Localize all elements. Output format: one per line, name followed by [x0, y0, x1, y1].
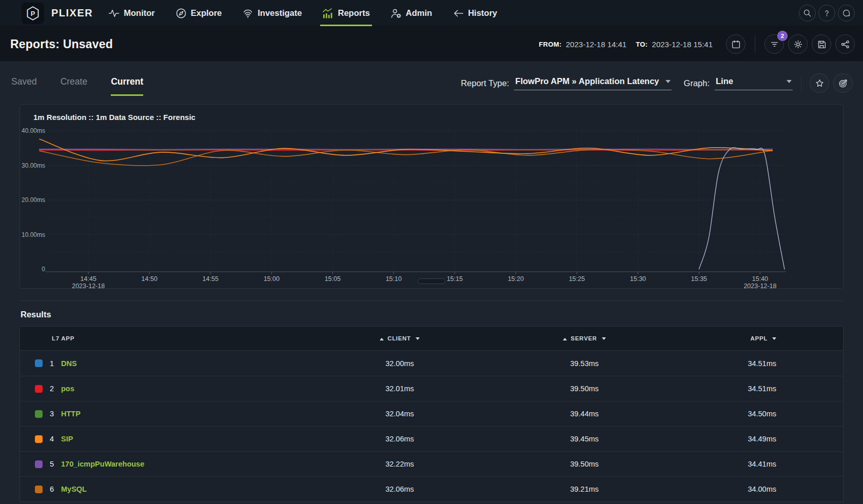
appl-latency-value: 34.41ms	[677, 460, 792, 468]
client-latency-value: 32.22ms	[307, 460, 492, 468]
share-icon	[840, 39, 850, 49]
table-row: 6 MySQL 32.06ms 39.21ms 34.00ms	[20, 476, 843, 501]
table-row: 2 pos 32.01ms 39.50ms 34.51ms	[20, 376, 843, 401]
divider	[755, 35, 755, 53]
table-body: 1 DNS 32.00ms 39.53ms 34.51ms 2 pos 32.0…	[20, 351, 843, 501]
column-label: SERVER	[571, 335, 597, 341]
filter-button[interactable]: 2	[764, 34, 784, 54]
from-value[interactable]: 2023-12-18 14:41	[566, 40, 626, 49]
chart-resize-handle[interactable]	[418, 278, 445, 284]
svg-text:15:10: 15:10	[386, 275, 402, 283]
main-content: SavedCreateCurrent Report Type: FlowPro …	[0, 62, 863, 502]
app-link[interactable]: DNS	[61, 359, 307, 368]
page-title: Reports: Unsaved	[10, 37, 113, 51]
chevron-down-icon	[665, 80, 671, 86]
arrowleft-icon	[453, 8, 464, 19]
app-link[interactable]: SIP	[61, 435, 307, 443]
svg-text:0: 0	[42, 266, 45, 273]
nav-item-admin[interactable]: Admin	[388, 0, 434, 26]
filter-count-badge: 2	[777, 31, 788, 41]
svg-text:20.00ms: 20.00ms	[22, 196, 45, 204]
time-range-controls: FROM: 2023-12-18 14:41 TO: 2023-12-18 15…	[539, 34, 855, 54]
latency-line-chart[interactable]: 14:452023-12-1814:5014:5515:0015:0515:10…	[20, 123, 792, 290]
table-row: 5 170_icmpPuWarehouse 32.22ms 39.50ms 34…	[20, 451, 843, 476]
row-rank: 3	[43, 410, 61, 418]
app-link[interactable]: MySQL	[61, 485, 307, 493]
col-client[interactable]: CLIENT	[307, 335, 492, 341]
column-menu-icon	[602, 337, 606, 342]
search-button[interactable]	[799, 5, 816, 22]
graph-type-select[interactable]: Line	[715, 76, 793, 90]
calendar-button[interactable]	[726, 34, 746, 54]
server-latency-value: 39.44ms	[492, 410, 677, 418]
nav-item-explore[interactable]: Explore	[173, 0, 224, 26]
nav-item-investigate[interactable]: Investigate	[240, 0, 304, 26]
to-value[interactable]: 2023-12-18 15:41	[652, 40, 713, 49]
app-link[interactable]: 170_icmpPuWarehouse	[61, 460, 307, 468]
divider	[801, 75, 801, 91]
svg-text:14:45: 14:45	[81, 275, 96, 283]
nav-item-monitor[interactable]: Monitor	[106, 0, 156, 26]
page-header: Reports: Unsaved FROM: 2023-12-18 14:41 …	[0, 27, 863, 62]
top-nav: P PLIXER Monitor Explore Investigate Rep…	[0, 0, 863, 27]
col-appl[interactable]: APPL	[677, 335, 792, 341]
svg-text:14:55: 14:55	[203, 275, 219, 283]
server-latency-value: 39.50ms	[492, 460, 677, 468]
chevron-down-icon	[787, 80, 792, 86]
series-line-pos	[40, 150, 772, 151]
nav-item-label: History	[468, 8, 497, 18]
report-toolbar: SavedCreateCurrent Report Type: FlowPro …	[0, 62, 863, 96]
tab-current[interactable]: Current	[111, 76, 143, 96]
sort-asc-icon	[380, 336, 384, 340]
brand-logo[interactable]: P PLIXER	[22, 3, 93, 24]
chat-icon	[842, 9, 851, 17]
svg-text:15:15: 15:15	[447, 275, 463, 283]
app-link[interactable]: pos	[61, 385, 307, 393]
app-link[interactable]: HTTP	[61, 410, 307, 418]
share-button[interactable]	[835, 34, 855, 54]
plixer-hexagon-icon: P	[22, 3, 44, 24]
appl-latency-value: 34.51ms	[677, 385, 792, 393]
row-rank: 2	[43, 385, 61, 393]
client-latency-value: 32.06ms	[307, 435, 492, 443]
appl-latency-value: 34.00ms	[677, 485, 792, 493]
feedback-button[interactable]	[838, 5, 855, 22]
row-rank: 5	[43, 460, 61, 468]
tab-saved[interactable]: Saved	[11, 76, 37, 96]
nav-item-label: Explore	[191, 8, 222, 18]
nav-item-history[interactable]: History	[450, 0, 499, 26]
col-server[interactable]: SERVER	[492, 335, 677, 341]
star-icon	[815, 78, 825, 88]
drill-button[interactable]	[833, 73, 853, 93]
series-color-swatch	[20, 385, 43, 393]
gear-icon	[793, 39, 803, 49]
floppy-icon	[817, 39, 827, 49]
settings-button[interactable]	[788, 34, 808, 54]
nav-item-reports[interactable]: Reports	[320, 0, 371, 26]
svg-text:15:40: 15:40	[752, 275, 768, 283]
appl-latency-value: 34.51ms	[677, 359, 792, 368]
waveform-icon	[108, 8, 120, 19]
column-label: CLIENT	[387, 335, 411, 341]
svg-text:15:35: 15:35	[691, 275, 707, 283]
series-line-unlabeled	[699, 148, 784, 269]
series-color-swatch	[20, 410, 43, 418]
save-button[interactable]	[812, 34, 831, 54]
client-latency-value: 32.06ms	[307, 485, 492, 493]
series-color-swatch	[20, 359, 43, 367]
col-l7-app[interactable]: L7 APP	[20, 335, 307, 341]
tab-create[interactable]: Create	[61, 76, 88, 96]
nav-item-label: Investigate	[258, 8, 302, 18]
help-button[interactable]	[818, 5, 835, 22]
filter-icon	[770, 39, 779, 49]
server-latency-value: 39.21ms	[492, 485, 677, 493]
help-icon	[822, 9, 831, 17]
report-type-select[interactable]: FlowPro APM » Application Latency	[514, 76, 671, 90]
client-latency-value: 32.00ms	[307, 359, 492, 368]
appl-latency-value: 34.50ms	[677, 410, 792, 418]
svg-text:2023-12-18: 2023-12-18	[743, 283, 776, 290]
report-tabs: SavedCreateCurrent	[11, 76, 143, 96]
report-type-label: Report Type:	[461, 78, 509, 88]
favorite-button[interactable]	[810, 73, 829, 93]
svg-text:15:30: 15:30	[630, 275, 646, 283]
